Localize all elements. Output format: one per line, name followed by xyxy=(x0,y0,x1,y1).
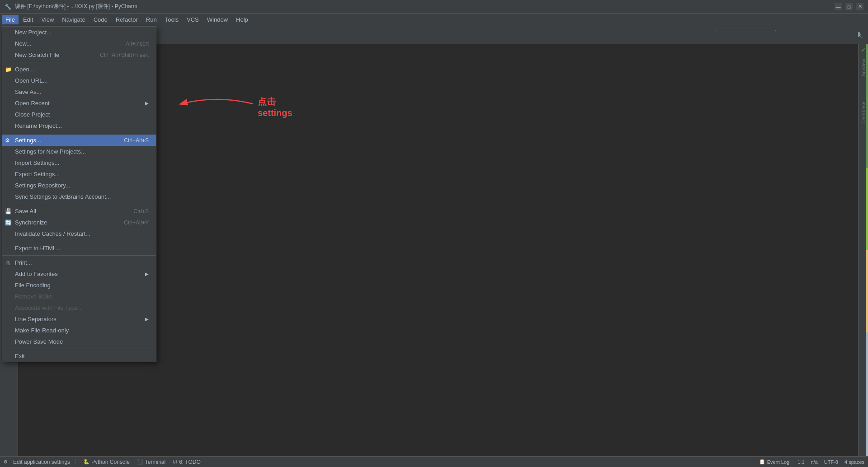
todo-icon: ☑ xyxy=(173,459,177,465)
settings-label: Settings... xyxy=(15,137,41,144)
save-as-label: Save As... xyxy=(15,89,42,95)
remove-bom-label: Remove BOM xyxy=(15,293,52,300)
menu-item-make-readonly[interactable]: Make File Read-only xyxy=(2,325,156,336)
menu-item-open-recent[interactable]: Open Recent ▶ xyxy=(2,98,156,109)
separator-5 xyxy=(2,255,156,256)
open-folder-icon: 📁 xyxy=(5,66,12,73)
right-side-tabs: ✓ SciView Database xyxy=(858,44,868,456)
menu-vcs[interactable]: VCS xyxy=(183,15,203,24)
menu-refactor[interactable]: Refactor xyxy=(112,15,142,24)
export-settings-label: Export Settings... xyxy=(15,171,60,177)
open-url-label: Open URL... xyxy=(15,77,47,84)
power-save-label: Power Save Mode xyxy=(15,338,63,345)
menu-item-open[interactable]: 📁 Open... xyxy=(2,64,156,75)
python-console-icon: 🐍 xyxy=(83,459,90,465)
rename-project-label: Rename Project... xyxy=(15,122,62,129)
menu-edit[interactable]: Edit xyxy=(19,15,37,24)
save-all-icon: 💾 xyxy=(5,208,12,215)
exit-label: Exit xyxy=(15,353,25,360)
menu-item-close-project[interactable]: Close Project xyxy=(2,109,156,120)
menu-item-export-html[interactable]: Export to HTML... xyxy=(2,243,156,254)
separator-4 xyxy=(2,241,156,241)
menu-item-save-all[interactable]: 💾 Save All Ctrl+S xyxy=(2,205,156,217)
new-scratch-shortcut: Ctrl+Alt+Shift+Insert xyxy=(100,52,149,58)
menu-item-associate-file-type: Associate with File Type... xyxy=(2,302,156,313)
python-console-label: Python Console xyxy=(91,459,130,465)
new-label: New... xyxy=(15,40,31,47)
menu-navigate[interactable]: Navigate xyxy=(58,15,89,24)
menu-view[interactable]: View xyxy=(38,15,57,24)
export-html-label: Export to HTML... xyxy=(15,245,61,252)
print-label: Print... xyxy=(15,259,32,266)
menu-item-new-project[interactable]: New Project... xyxy=(2,27,156,38)
todo-label: 6: TODO xyxy=(179,459,201,465)
line-separators-arrow: ▶ xyxy=(145,317,149,322)
status-divider-1 xyxy=(75,459,76,465)
menu-run[interactable]: Run xyxy=(142,15,160,24)
menu-bar: File Edit View Navigate Code Refactor Ru… xyxy=(0,14,868,26)
menu-code[interactable]: Code xyxy=(90,15,111,24)
make-readonly-label: Make File Read-only xyxy=(15,327,69,334)
title-bar-left: 🔧 课件 [E:\python\课件] - ...\XXX.py [课件] - … xyxy=(5,3,137,10)
menu-item-settings-new[interactable]: Settings for New Projects... xyxy=(2,146,156,157)
menu-item-save-as[interactable]: Save As... xyxy=(2,86,156,98)
menu-item-settings-repo[interactable]: Settings Repository... xyxy=(2,180,156,191)
menu-item-invalidate-caches[interactable]: Invalidate Caches / Restart... xyxy=(2,228,156,239)
save-all-shortcut: Ctrl+S xyxy=(133,208,149,215)
event-log-tab[interactable]: 📋 Event Log xyxy=(757,459,792,465)
menu-item-new-scratch[interactable]: New Scratch File Ctrl+Alt+Shift+Insert xyxy=(2,49,156,61)
menu-item-import-settings[interactable]: Import Settings... xyxy=(2,157,156,168)
menu-item-line-separators[interactable]: Line Separators ▶ xyxy=(2,313,156,325)
menu-item-add-favorites[interactable]: Add to Favorites ▶ xyxy=(2,268,156,280)
sync-settings-label: Sync Settings to JetBrains Account... xyxy=(15,193,111,200)
encoding-status[interactable]: UTF-8 xyxy=(824,459,838,465)
close-button[interactable]: ✕ xyxy=(856,3,863,10)
save-all-label: Save All xyxy=(15,208,36,215)
print-icon: 🖨 xyxy=(5,260,10,266)
cursor-position: 1:1 xyxy=(797,459,804,465)
menu-item-print[interactable]: 🖨 Print... xyxy=(2,257,156,268)
invalidate-caches-label: Invalidate Caches / Restart... xyxy=(15,230,90,237)
separator-2 xyxy=(2,133,156,133)
settings-icon: ⚙ xyxy=(5,137,10,144)
import-settings-label: Import Settings... xyxy=(15,159,59,166)
synchronize-shortcut: Ctrl+Alt+Y xyxy=(124,219,149,226)
terminal-tab[interactable]: ⬛ Terminal xyxy=(135,459,167,465)
status-stripe xyxy=(866,44,868,456)
settings-repo-label: Settings Repository... xyxy=(15,182,71,189)
edit-app-settings-label[interactable]: Edit application settings xyxy=(13,459,70,465)
menu-help[interactable]: Help xyxy=(232,15,252,24)
minimize-button[interactable]: — xyxy=(835,3,842,10)
new-shortcut: Alt+Insert xyxy=(126,41,149,47)
close-project-label: Close Project xyxy=(15,111,50,118)
menu-item-open-url[interactable]: Open URL... xyxy=(2,75,156,86)
menu-item-synchronize[interactable]: 🔄 Synchronize Ctrl+Alt+Y xyxy=(2,217,156,228)
menu-window[interactable]: Window xyxy=(203,15,231,24)
synchronize-label: Synchronize xyxy=(15,219,47,226)
app-icon: 🔧 xyxy=(5,4,11,10)
new-scratch-label: New Scratch File xyxy=(15,51,59,58)
menu-item-sync-settings[interactable]: Sync Settings to JetBrains Account... xyxy=(2,191,156,202)
todo-tab[interactable]: ☑ 6: TODO xyxy=(171,459,203,465)
menu-item-export-settings[interactable]: Export Settings... xyxy=(2,168,156,180)
menu-item-settings[interactable]: ⚙ Settings... Ctrl+Alt+S xyxy=(2,135,156,146)
separator-3 xyxy=(2,204,156,204)
settings-shortcut: Ctrl+Alt+S xyxy=(124,137,149,144)
event-log-label: Event Log xyxy=(767,459,790,465)
status-bar-right: 📋 Event Log 1:1 n/a UTF-8 4 spaces xyxy=(757,459,864,465)
maximize-button[interactable]: □ xyxy=(845,3,853,10)
menu-item-exit[interactable]: Exit xyxy=(2,350,156,362)
indent-status[interactable]: 4 spaces xyxy=(844,459,864,465)
file-dropdown-menu: New Project... New... Alt+Insert New Scr… xyxy=(2,26,156,362)
add-favorites-label: Add to Favorites xyxy=(15,271,58,277)
menu-file[interactable]: File xyxy=(2,15,19,24)
menu-item-rename-project[interactable]: Rename Project... xyxy=(2,120,156,131)
line-separators-label: Line Separators xyxy=(15,316,57,322)
menu-tools[interactable]: Tools xyxy=(161,15,182,24)
menu-item-file-encoding[interactable]: File Encoding xyxy=(2,280,156,291)
menu-item-power-save[interactable]: Power Save Mode xyxy=(2,336,156,347)
add-favorites-arrow: ▶ xyxy=(145,271,149,276)
python-console-tab[interactable]: 🐍 Python Console xyxy=(81,459,132,465)
menu-item-new[interactable]: New... Alt+Insert xyxy=(2,38,156,49)
separator-6 xyxy=(2,349,156,349)
